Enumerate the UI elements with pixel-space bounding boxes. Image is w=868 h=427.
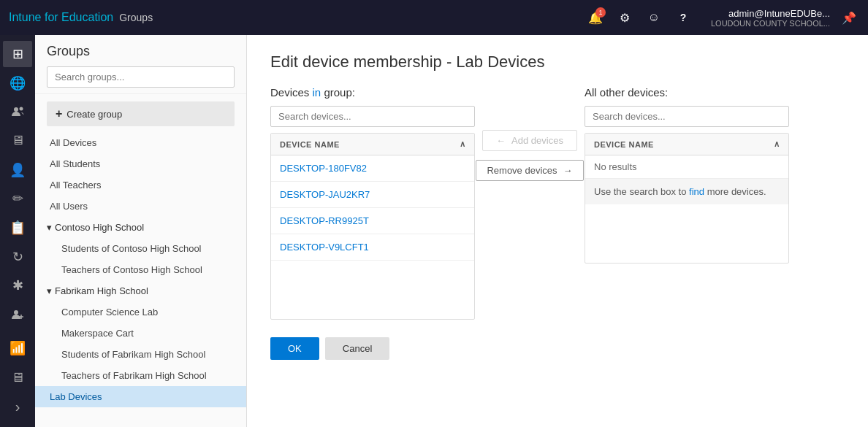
devices-title-suffix: group:	[321, 86, 355, 99]
help-icon: ?	[680, 12, 687, 23]
search-devices-in-group-input[interactable]	[270, 106, 475, 127]
settings-button[interactable]: ⚙	[612, 4, 638, 31]
search-other-devices-input[interactable]	[585, 106, 789, 127]
add-devices-label: Add devices	[511, 135, 563, 146]
sidebar-group-contoso[interactable]: ▾ Contoso High School	[35, 217, 246, 238]
notification-badge: 1	[595, 7, 606, 18]
rail-item-monitor[interactable]: 🖥	[3, 363, 32, 392]
cancel-button[interactable]: Cancel	[325, 337, 389, 360]
other-device-name-column-header: DEVICE NAME	[594, 140, 654, 149]
devices-in-group-title: Devices in group:	[270, 86, 475, 99]
devices-table-header: DEVICE NAME ∧	[271, 134, 474, 155]
add-devices-button[interactable]: ← Add devices	[482, 130, 577, 151]
app-section: Groups	[119, 12, 153, 23]
other-sort-icon: ∧	[774, 139, 780, 149]
create-group-label: Create group	[66, 109, 122, 120]
sidebar-item-all-teachers[interactable]: All Teachers	[35, 174, 246, 196]
rail-item-users[interactable]	[3, 99, 32, 125]
membership-layout: Devices in group: DEVICE NAME ∧ DESKTOP-…	[270, 86, 845, 320]
other-devices-table-header: DEVICE NAME ∧	[585, 134, 788, 155]
feedback-button[interactable]: ☺	[641, 4, 667, 31]
rail-item-tools[interactable]: ✱	[3, 273, 32, 299]
sidebar-item-all-students[interactable]: All Students	[35, 153, 246, 174]
no-results-hint-prefix: Use the search box to	[594, 186, 689, 197]
sidebar-title: Groups	[47, 44, 235, 59]
sidebar-header: Groups	[35, 35, 246, 94]
icon-rail: ⊞ 🌐 🖥 👤 ✏ 📋 ↻ ✱ 📶 🖥 ›	[0, 35, 35, 427]
plus-icon: +	[56, 107, 62, 120]
rail-item-display[interactable]: 🖥	[3, 128, 32, 154]
table-row[interactable]: DESKTOP-180FV82	[271, 155, 474, 182]
sidebar-group-contoso-label: Contoso High School	[55, 222, 144, 233]
table-row[interactable]: DESKTOP-JAU2KR7	[271, 182, 474, 208]
gear-icon: ⚙	[620, 11, 630, 25]
svg-point-2	[14, 310, 18, 315]
main-layout: ⊞ 🌐 🖥 👤 ✏ 📋 ↻ ✱ 📶 🖥 › Groups + Create gr…	[0, 35, 868, 427]
remove-devices-label: Remove devices	[487, 165, 557, 176]
smiley-icon: ☺	[648, 11, 660, 24]
sidebar-item-lab-devices[interactable]: Lab Devices	[35, 386, 246, 407]
other-table-empty-space	[585, 204, 788, 263]
top-navigation: Intune for Education Groups 🔔 1 ⚙ ☺ ? ad…	[0, 0, 868, 35]
help-button[interactable]: ?	[670, 4, 696, 31]
notifications-button[interactable]: 🔔 1	[582, 4, 609, 31]
all-other-devices-title: All other devices:	[585, 86, 789, 99]
chevron-down-icon: ▾	[47, 222, 52, 233]
devices-in-group-table: DEVICE NAME ∧ DESKTOP-180FV82 DESKTOP-JA…	[270, 133, 475, 320]
all-other-devices-panel: All other devices: DEVICE NAME ∧ No resu…	[585, 86, 789, 263]
right-arrow-icon: →	[563, 165, 573, 176]
rail-item-home[interactable]: ⊞	[3, 41, 32, 67]
sidebar-navigation: All Devices All Students All Teachers Al…	[35, 129, 246, 427]
chevron-down-icon-2: ▾	[47, 285, 52, 296]
table-empty-space	[271, 261, 474, 319]
table-row[interactable]: DESKTOP-RR9925T	[271, 208, 474, 234]
rail-item-person[interactable]: 👤	[3, 157, 32, 183]
page-title: Edit device membership - Lab Devices	[270, 53, 845, 72]
sidebar-item-computer-science-lab[interactable]: Computer Science Lab	[35, 301, 246, 323]
devices-title-in: in	[313, 86, 321, 99]
sidebar-group-fabrikam[interactable]: ▾ Fabrikam High School	[35, 280, 246, 301]
transfer-arrows-column: ← Add devices Remove devices →	[475, 86, 585, 181]
sidebar-item-fabrikam-teachers[interactable]: Teachers of Fabrikam High School	[35, 365, 246, 386]
devices-title-prefix: Devices	[270, 86, 313, 99]
app-brand: Intune for Education	[9, 11, 113, 24]
rail-item-refresh[interactable]: ↻	[3, 244, 32, 270]
remove-devices-button[interactable]: Remove devices →	[476, 160, 583, 181]
rail-item-pencil[interactable]: ✏	[3, 186, 32, 212]
sidebar: Groups + Create group All Devices All St…	[35, 35, 247, 427]
sidebar-item-contoso-teachers[interactable]: Teachers of Contoso High School	[35, 259, 246, 280]
sidebar-item-all-users[interactable]: All Users	[35, 196, 246, 217]
rail-item-clipboard[interactable]: 📋	[3, 215, 32, 241]
rail-item-globe[interactable]: 🌐	[3, 70, 32, 96]
sidebar-group-fabrikam-label: Fabrikam High School	[55, 285, 148, 296]
user-menu[interactable]: admin@IntuneEDUBe... LOUDOUN COUNTY SCHO…	[705, 5, 836, 31]
rail-item-user-add[interactable]	[3, 301, 32, 328]
rail-item-wifi[interactable]: 📶	[3, 334, 32, 363]
footer-buttons: OK Cancel	[270, 337, 845, 360]
search-groups-input[interactable]	[47, 66, 235, 88]
svg-point-0	[14, 107, 18, 112]
other-devices-table: DEVICE NAME ∧ No results Use the search …	[585, 133, 789, 263]
rail-expand[interactable]: ›	[3, 392, 32, 421]
no-results-find: find	[689, 186, 704, 197]
main-content: Edit device membership - Lab Devices Dev…	[247, 35, 868, 427]
no-results-label: No results	[585, 155, 788, 178]
sidebar-item-makerspace-cart[interactable]: Makerspace Cart	[35, 323, 246, 344]
create-group-button[interactable]: + Create group	[47, 101, 235, 126]
svg-point-1	[20, 107, 23, 111]
user-org: LOUDOUN COUNTY SCHOOL...	[711, 19, 830, 28]
pin-button[interactable]: 📌	[839, 8, 859, 28]
sort-icon: ∧	[460, 139, 466, 149]
topnav-icons: 🔔 1 ⚙ ☺ ? admin@IntuneEDUBe... LOUDOUN C…	[582, 4, 859, 31]
sidebar-item-fabrikam-students[interactable]: Students of Fabrikam High School	[35, 344, 246, 365]
sidebar-item-contoso-students[interactable]: Students of Contoso High School	[35, 238, 246, 259]
ok-button[interactable]: OK	[270, 337, 319, 360]
left-arrow-icon: ←	[496, 135, 506, 146]
table-row[interactable]: DESKTOP-V9LCFT1	[271, 234, 474, 261]
no-results-hint: Use the search box to find more devices.	[585, 178, 788, 204]
user-name: admin@IntuneEDUBe...	[711, 8, 830, 19]
no-results-hint-suffix: more devices.	[704, 186, 766, 197]
sidebar-item-all-devices[interactable]: All Devices	[35, 132, 246, 153]
devices-in-group-panel: Devices in group: DEVICE NAME ∧ DESKTOP-…	[270, 86, 475, 320]
device-name-column-header: DEVICE NAME	[280, 140, 340, 149]
